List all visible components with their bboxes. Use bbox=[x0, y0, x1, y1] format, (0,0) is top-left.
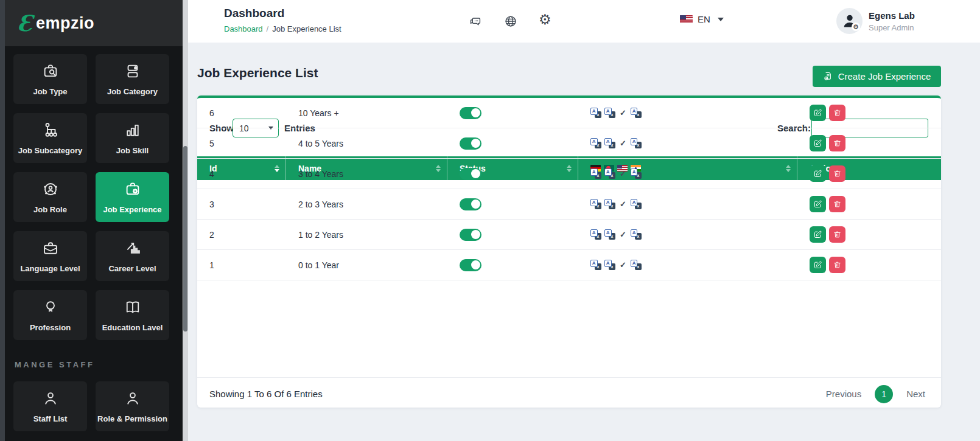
chat-icon[interactable] bbox=[469, 15, 482, 28]
logo-mark-icon: Ɛ bbox=[17, 12, 33, 34]
toggle-knob bbox=[471, 169, 480, 178]
status-toggle[interactable] bbox=[460, 198, 481, 210]
cell-translations: xA xA ✓ xA bbox=[578, 159, 797, 189]
table-row: 6 10 Years + xA xA ✓ xA bbox=[197, 98, 941, 128]
edit-button[interactable] bbox=[810, 105, 826, 121]
cell-translations: xA xA ✓ xA bbox=[578, 220, 797, 249]
stairs-arrow-icon bbox=[124, 239, 142, 260]
check-icon: ✓ bbox=[620, 200, 626, 209]
trash-icon bbox=[833, 108, 842, 117]
app-root: Ɛ empzio Job Type Job Category Job bbox=[0, 0, 980, 441]
sidebar-item-label: Job Category bbox=[107, 87, 158, 96]
translate-icon[interactable]: xA bbox=[604, 229, 615, 240]
sidebar-item-job-role[interactable]: Job Role bbox=[13, 172, 87, 222]
sidebar-item-role-permission[interactable]: Role & Permission bbox=[96, 381, 169, 431]
status-toggle[interactable] bbox=[460, 168, 481, 180]
translate-icon[interactable]: xA bbox=[631, 138, 642, 148]
sidebar-item-staff-list[interactable]: Staff List bbox=[13, 381, 87, 431]
edit-button[interactable] bbox=[810, 165, 826, 182]
sidebar-item-job-experience[interactable]: Job Experience bbox=[96, 172, 169, 222]
cell-name: 3 to 4 Years bbox=[286, 159, 447, 189]
translate-icon[interactable]: xA bbox=[631, 168, 642, 179]
edit-button[interactable] bbox=[810, 257, 826, 273]
edit-button[interactable] bbox=[810, 196, 826, 212]
language-code: EN bbox=[698, 14, 710, 24]
breadcrumb-root-link[interactable]: Dashboard bbox=[224, 24, 263, 33]
sidebar-item-job-skill[interactable]: Job Skill bbox=[96, 113, 169, 163]
sidebar-scrollbar-thumb[interactable] bbox=[183, 146, 187, 332]
translate-icon[interactable]: xA bbox=[590, 108, 601, 118]
delete-button[interactable] bbox=[829, 196, 845, 212]
cell-action bbox=[797, 128, 941, 158]
sidebar-item-career-level[interactable]: Career Level bbox=[96, 231, 169, 281]
edit-pencil-icon bbox=[813, 260, 822, 269]
sidebar-item-label: Job Type bbox=[33, 87, 67, 96]
trash-icon bbox=[833, 260, 842, 269]
edit-pencil-icon bbox=[813, 169, 822, 178]
translate-icon[interactable]: xA bbox=[590, 229, 601, 240]
translate-icon[interactable]: xA bbox=[604, 108, 615, 118]
delete-button[interactable] bbox=[829, 165, 845, 182]
status-toggle[interactable] bbox=[460, 259, 481, 271]
next-page-button[interactable]: Next bbox=[906, 389, 925, 399]
toggle-knob bbox=[471, 139, 480, 148]
entries-summary: Showing 1 To 6 Of 6 Entries bbox=[209, 389, 323, 399]
sidebar-item-job-category[interactable]: Job Category bbox=[96, 54, 169, 104]
edit-pencil-icon bbox=[813, 108, 822, 117]
translate-icon[interactable]: xA bbox=[604, 168, 615, 179]
cell-name: 2 to 3 Years bbox=[286, 189, 447, 219]
sidebar-item-language-level[interactable]: Language Level bbox=[13, 231, 87, 281]
delete-button[interactable] bbox=[829, 226, 845, 243]
translate-icon[interactable]: xA bbox=[590, 199, 601, 209]
page-number-button[interactable]: 1 bbox=[875, 385, 893, 403]
table-row: 1 0 to 1 Year xA xA ✓ xA bbox=[197, 250, 941, 280]
usa-flag-icon bbox=[680, 15, 693, 23]
sidebar-item-label: Language Level bbox=[20, 264, 80, 273]
sidebar-item-label: Job Subcategory bbox=[18, 146, 82, 155]
create-button-label: Create Job Experience bbox=[838, 71, 931, 82]
user-avatar[interactable]: ⚙ bbox=[836, 8, 863, 34]
translate-icon[interactable]: xA bbox=[631, 229, 642, 240]
cell-action bbox=[797, 250, 941, 280]
translate-icon[interactable]: xA bbox=[604, 138, 615, 148]
brand-logo[interactable]: Ɛ empzio bbox=[0, 0, 183, 46]
sidebar-item-job-type[interactable]: Job Type bbox=[13, 54, 87, 104]
translate-icon[interactable]: xA bbox=[590, 138, 601, 148]
gear-icon[interactable]: ⚙ bbox=[539, 13, 552, 26]
create-job-experience-button[interactable]: Create Job Experience bbox=[813, 66, 941, 87]
status-toggle[interactable] bbox=[460, 229, 481, 241]
cell-id: 1 bbox=[197, 250, 286, 280]
translate-icon[interactable]: xA bbox=[631, 108, 642, 118]
cell-id: 4 bbox=[197, 159, 286, 189]
sidebar-item-label: Staff List bbox=[33, 414, 68, 423]
status-toggle[interactable] bbox=[460, 137, 481, 150]
sidebar-item-education-level[interactable]: Education Lavel bbox=[96, 290, 169, 340]
check-icon: ✓ bbox=[620, 108, 626, 117]
cell-action bbox=[797, 189, 941, 219]
sidebar-item-label: Role & Permission bbox=[97, 414, 167, 423]
edit-button[interactable] bbox=[810, 135, 826, 151]
language-selector[interactable]: EN bbox=[680, 14, 724, 24]
globe-icon[interactable] bbox=[504, 15, 517, 28]
sidebar-item-label: Job Role bbox=[33, 205, 67, 214]
translate-icon[interactable]: xA bbox=[590, 168, 601, 179]
previous-page-button[interactable]: Previous bbox=[826, 389, 861, 399]
briefcase-search-icon bbox=[41, 62, 60, 83]
cell-action bbox=[797, 220, 941, 249]
sidebar-item-label: Job Skill bbox=[116, 146, 149, 155]
translate-icon[interactable]: xA bbox=[631, 199, 642, 209]
sidebar-item-profession[interactable]: Profession bbox=[13, 290, 87, 340]
sidebar-item-job-subcategory[interactable]: Job Subcategory bbox=[13, 113, 87, 163]
status-toggle[interactable] bbox=[460, 107, 481, 119]
delete-button[interactable] bbox=[829, 135, 845, 151]
delete-button[interactable] bbox=[829, 105, 845, 121]
delete-button[interactable] bbox=[829, 257, 845, 273]
check-icon: ✓ bbox=[620, 230, 626, 239]
translate-icon[interactable]: xA bbox=[631, 260, 642, 270]
translate-icon[interactable]: xA bbox=[604, 199, 615, 209]
translate-icon[interactable]: xA bbox=[590, 260, 601, 270]
edit-button[interactable] bbox=[810, 226, 826, 243]
toggle-knob bbox=[471, 108, 480, 117]
translate-icon[interactable]: xA bbox=[604, 260, 615, 270]
trash-icon bbox=[833, 169, 842, 178]
